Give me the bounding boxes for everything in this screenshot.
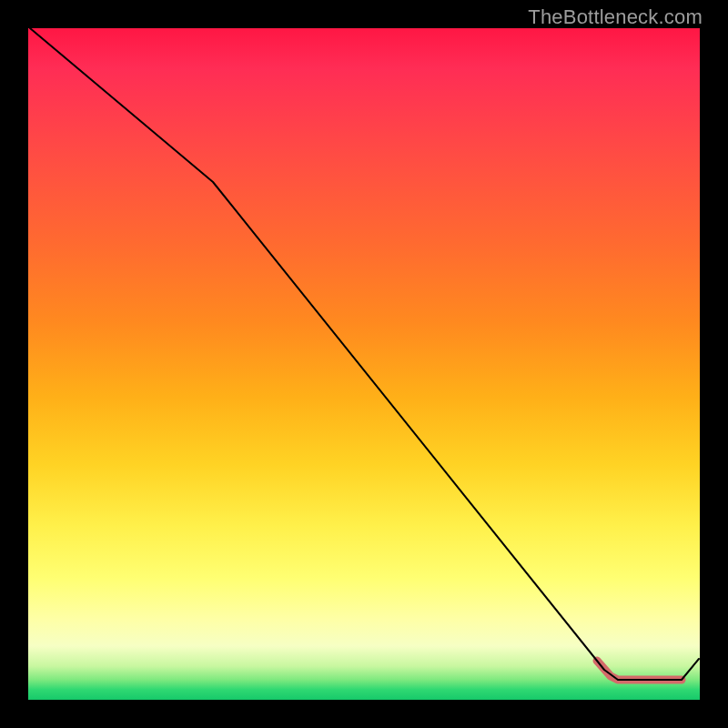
- chart-stage: TheBottleneck.com: [0, 0, 728, 728]
- highlight-segment: [597, 661, 682, 680]
- watermark-text: TheBottleneck.com: [528, 5, 703, 29]
- chart-lines-svg: [28, 28, 700, 700]
- main-curve: [30, 28, 699, 680]
- chart-plot-area: [28, 28, 700, 700]
